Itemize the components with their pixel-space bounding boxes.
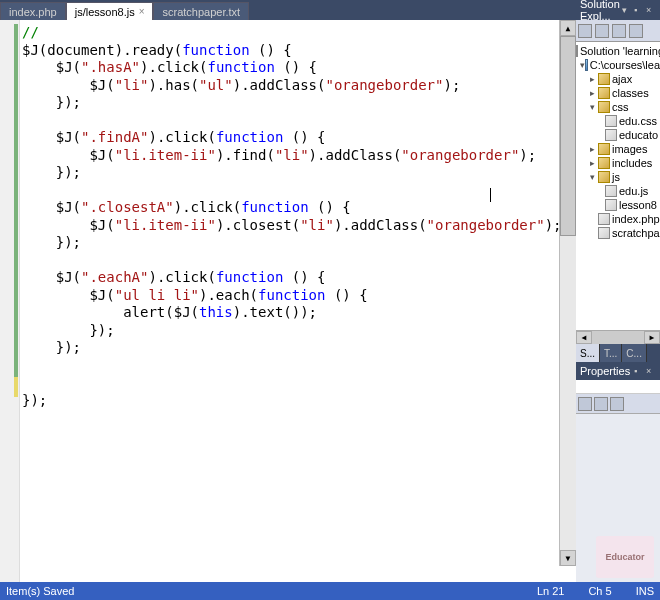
sort-button[interactable]	[578, 397, 592, 411]
tool-button[interactable]	[612, 24, 626, 38]
scroll-thumb[interactable]	[592, 331, 644, 344]
tree-label: js	[612, 171, 620, 183]
tab-label: index.php	[9, 6, 57, 18]
solution-explorer-header: Solution Expl... ▾ ▪ ×	[576, 0, 660, 20]
tree-item[interactable]: ▾css	[576, 100, 660, 114]
tab-label: scratchpaper.txt	[162, 6, 240, 18]
tree-item[interactable]: ▸classes	[576, 86, 660, 100]
close-icon[interactable]: ×	[646, 366, 656, 376]
solution-tree[interactable]: Solution 'learning' ▾ C:\courses\lea ▸aj…	[576, 42, 660, 330]
tree-item[interactable]: ▾js	[576, 170, 660, 184]
tool-button[interactable]	[578, 24, 592, 38]
panel-title: Properties	[580, 365, 630, 377]
tab-label: js/lesson8.js	[75, 6, 135, 18]
status-bar: Item(s) Saved Ln 21 Ch 5 INS	[0, 582, 660, 600]
folder-icon	[598, 171, 610, 183]
properties-header: Properties ▪ ×	[576, 362, 660, 380]
tree-item[interactable]: edu.js	[576, 184, 660, 198]
code-editor[interactable]: // $J(document).ready(function () { $J("…	[0, 20, 576, 583]
folder-icon	[598, 101, 610, 113]
vertical-scrollbar[interactable]: ▲ ▼	[559, 20, 576, 566]
change-marker-yellow	[14, 377, 18, 397]
editor-gutter	[0, 20, 20, 583]
file-icon	[598, 227, 610, 239]
side-tabstrip: S... T... C...	[576, 344, 660, 362]
tree-label: edu.js	[619, 185, 648, 197]
file-icon	[605, 199, 617, 211]
tab-bar: index.php js/lesson8.js × scratchpaper.t…	[0, 0, 576, 20]
tab-lesson8js[interactable]: js/lesson8.js ×	[66, 2, 154, 20]
tree-item[interactable]: index.php	[576, 212, 660, 226]
tree-item[interactable]: edu.css	[576, 114, 660, 128]
tree-label: ajax	[612, 73, 632, 85]
panel-title: Solution Expl...	[580, 0, 622, 22]
solution-icon	[576, 45, 578, 57]
tab-indexphp[interactable]: index.php	[0, 2, 66, 20]
status-ins: INS	[636, 585, 654, 597]
dropdown-icon[interactable]: ▾	[622, 5, 632, 15]
tool-button[interactable]	[629, 24, 643, 38]
expand-icon[interactable]: ▾	[590, 102, 598, 112]
tree-solution[interactable]: Solution 'learning'	[576, 44, 660, 58]
sort-button[interactable]	[610, 397, 624, 411]
solution-toolbar	[576, 20, 660, 42]
pin-icon[interactable]: ▪	[634, 5, 644, 15]
tree-label: edu.css	[619, 115, 657, 127]
expand-icon[interactable]: ▸	[590, 88, 598, 98]
folder-icon	[598, 73, 610, 85]
close-icon[interactable]: ×	[139, 6, 145, 17]
expand-icon[interactable]: ▸	[590, 144, 598, 154]
tree-label: index.php	[612, 213, 660, 225]
text-cursor	[490, 188, 491, 202]
tree-item[interactable]: scratchpa	[576, 226, 660, 240]
scroll-right-arrow[interactable]: ▶	[644, 331, 660, 344]
code-content[interactable]: // $J(document).ready(function () { $J("…	[22, 24, 561, 409]
pin-icon[interactable]: ▪	[634, 366, 644, 376]
scroll-thumb[interactable]	[560, 36, 576, 236]
close-icon[interactable]: ×	[646, 5, 656, 15]
status-message: Item(s) Saved	[6, 585, 74, 597]
project-icon	[585, 59, 588, 71]
status-col: Ch 5	[588, 585, 611, 597]
tree-label: lesson8	[619, 199, 657, 211]
scroll-up-arrow[interactable]: ▲	[560, 20, 576, 36]
change-marker-green	[14, 24, 18, 384]
tab-solution[interactable]: S...	[576, 344, 600, 362]
tree-item[interactable]: ▸images	[576, 142, 660, 156]
tree-hscroll[interactable]: ◀ ▶	[576, 330, 660, 344]
tree-label: C:\courses\lea	[590, 59, 660, 71]
tree-item[interactable]: ▸ajax	[576, 72, 660, 86]
tree-label: educato	[619, 129, 658, 141]
folder-icon	[598, 87, 610, 99]
tree-item[interactable]: educato	[576, 128, 660, 142]
file-icon	[605, 185, 617, 197]
tree-item[interactable]: ▸includes	[576, 156, 660, 170]
properties-toolbar	[576, 394, 660, 414]
scroll-left-arrow[interactable]: ◀	[576, 331, 592, 344]
sort-button[interactable]	[594, 397, 608, 411]
tree-label: classes	[612, 87, 649, 99]
tree-label: Solution 'learning'	[580, 45, 660, 57]
tool-button[interactable]	[595, 24, 609, 38]
folder-icon	[598, 157, 610, 169]
watermark-logo: Educator	[596, 536, 654, 578]
status-line: Ln 21	[537, 585, 565, 597]
expand-icon[interactable]: ▸	[590, 74, 598, 84]
tree-label: css	[612, 101, 629, 113]
tree-label: scratchpa	[612, 227, 660, 239]
file-icon	[605, 129, 617, 141]
tab-class[interactable]: C...	[622, 344, 647, 362]
expand-icon[interactable]: ▾	[590, 172, 598, 182]
file-icon	[605, 115, 617, 127]
scroll-down-arrow[interactable]: ▼	[560, 550, 576, 566]
tree-label: images	[612, 143, 647, 155]
tab-scratchpaper[interactable]: scratchpaper.txt	[153, 2, 249, 20]
file-icon	[598, 213, 610, 225]
tree-item[interactable]: lesson8	[576, 198, 660, 212]
expand-icon[interactable]: ▸	[590, 158, 598, 168]
tree-label: includes	[612, 157, 652, 169]
tree-project[interactable]: ▾ C:\courses\lea	[576, 58, 660, 72]
tab-team[interactable]: T...	[600, 344, 622, 362]
folder-icon	[598, 143, 610, 155]
